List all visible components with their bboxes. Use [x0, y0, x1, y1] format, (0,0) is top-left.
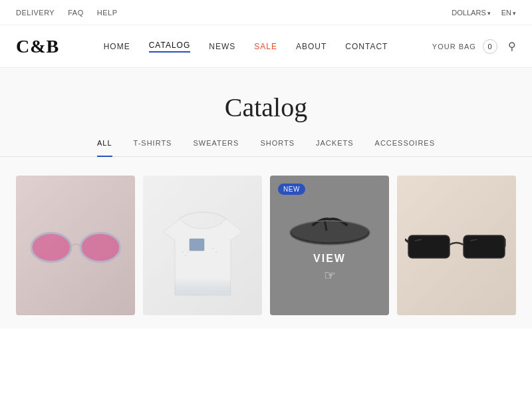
- header-right: YOUR BAG 0 ⚲: [432, 39, 516, 54]
- svg-point-3: [82, 234, 119, 261]
- view-label: VIEW: [313, 253, 346, 265]
- product-card-2[interactable]: [143, 176, 262, 315]
- main-content: Catalog ALL T-SHIRTS SWEATERS SHORTS JAC…: [0, 68, 532, 329]
- svg-point-9: [182, 251, 184, 253]
- currency-dropdown-arrow: ▾: [487, 10, 491, 17]
- svg-point-10: [185, 255, 186, 256]
- filter-accessoires[interactable]: ACCESSOIRES: [375, 139, 435, 151]
- header: C&B HOME CATALOG NEWS SALE ABOUT CONTACT…: [0, 25, 532, 68]
- nav-catalog[interactable]: CATALOG: [149, 41, 191, 53]
- search-icon[interactable]: ⚲: [508, 40, 516, 53]
- currency-selector[interactable]: DOLLARS▾: [452, 9, 490, 17]
- language-selector[interactable]: EN▾: [501, 9, 516, 17]
- cursor-icon: ☞: [324, 267, 336, 283]
- language-dropdown-arrow: ▾: [513, 10, 516, 17]
- nav-home[interactable]: HOME: [104, 42, 130, 51]
- svg-rect-14: [175, 279, 231, 295]
- product-card-1[interactable]: [16, 176, 135, 315]
- new-badge: NEW: [278, 184, 305, 195]
- svg-point-13: [215, 251, 217, 253]
- nav-news[interactable]: NEWS: [209, 42, 235, 51]
- sunglasses-pink-icon: [26, 221, 126, 271]
- filter-sweaters[interactable]: SWEATERS: [193, 139, 239, 151]
- top-bar: DELIVERY FAQ HELP DOLLARS▾ EN▾: [0, 0, 532, 25]
- logo[interactable]: C&B: [16, 36, 59, 57]
- tshirt-icon: [163, 192, 243, 299]
- sunglasses-dark-icon: [405, 221, 508, 271]
- faq-link[interactable]: FAQ: [68, 9, 84, 17]
- delivery-link[interactable]: DELIVERY: [16, 9, 55, 17]
- svg-rect-19: [464, 235, 505, 258]
- svg-point-12: [212, 248, 213, 249]
- top-bar-links: DELIVERY FAQ HELP: [16, 9, 117, 17]
- nav-contact[interactable]: CONTACT: [345, 42, 388, 51]
- svg-rect-18: [408, 235, 450, 258]
- filter-shorts[interactable]: SHORTS: [260, 139, 295, 151]
- nav-about[interactable]: ABOUT: [296, 42, 327, 51]
- bag-count: 0: [483, 39, 497, 54]
- svg-rect-8: [190, 239, 204, 251]
- filter-tshirts[interactable]: T-SHIRTS: [134, 139, 172, 151]
- nav-sale[interactable]: SALE: [254, 42, 277, 51]
- product-card-3[interactable]: NEW VIEW ☞: [270, 176, 389, 315]
- svg-point-11: [188, 251, 189, 253]
- product-grid: NEW VIEW ☞: [0, 176, 532, 315]
- filter-jackets[interactable]: JACKETS: [316, 139, 354, 151]
- filter-tabs: ALL T-SHIRTS SWEATERS SHORTS JACKETS ACC…: [0, 139, 532, 157]
- catalog-title: Catalog: [0, 92, 532, 123]
- flipflop-icon: [287, 207, 373, 247]
- bag-button[interactable]: YOUR BAG 0: [432, 39, 497, 54]
- main-nav: HOME CATALOG NEWS SALE ABOUT CONTACT: [104, 41, 388, 53]
- help-link[interactable]: HELP: [97, 9, 118, 17]
- svg-point-1: [33, 234, 70, 261]
- top-bar-right: DOLLARS▾ EN▾: [452, 9, 516, 17]
- product-card-4[interactable]: [397, 176, 516, 315]
- filter-all[interactable]: ALL: [97, 139, 112, 157]
